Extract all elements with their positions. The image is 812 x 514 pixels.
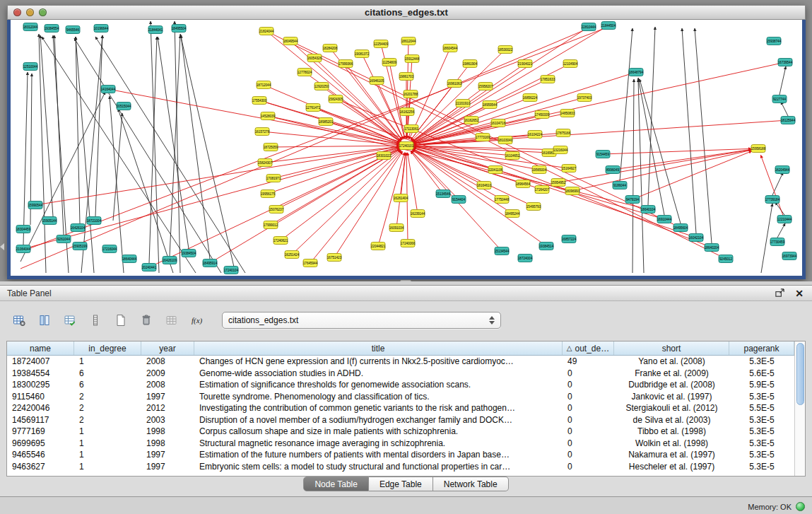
new-document-icon[interactable]: [110, 310, 131, 331]
graph-node[interactable]: 18712044: [257, 81, 271, 89]
graph-node[interactable]: 17081971: [266, 175, 281, 182]
table-row[interactable]: 1872400712008Changes of HCN gene express…: [7, 356, 794, 368]
graph-node[interactable]: 18725059: [264, 144, 278, 151]
graph-node[interactable]: 15824305: [329, 95, 343, 103]
graph-node[interactable]: 16091034: [389, 224, 404, 232]
graph-node[interactable]: 9154404: [452, 196, 466, 204]
close-panel-icon[interactable]: ✕: [794, 288, 805, 299]
graph-node[interactable]: 17450339: [535, 111, 550, 119]
graph-node[interactable]: 19861703: [399, 73, 414, 81]
graph-node[interactable]: 18530022: [498, 46, 513, 54]
graph-node[interactable]: 15495793: [526, 203, 541, 211]
graph-node[interactable]: 15958188: [751, 145, 766, 153]
graph-node[interactable]: 15912448: [405, 55, 420, 63]
table-settings-icon[interactable]: [8, 310, 30, 331]
close-window-button[interactable]: [13, 8, 21, 16]
vertical-scrollbar[interactable]: [794, 341, 805, 476]
graph-node[interactable]: 9479194: [625, 196, 640, 204]
citation-network-graph[interactable]: 1861204415912448198617031620178816162256…: [11, 20, 802, 275]
column-header-out_de[interactable]: △out_de…: [563, 341, 614, 355]
graph-node[interactable]: 18640204: [705, 244, 719, 252]
graph-node[interactable]: 17240066: [401, 240, 416, 247]
graph-node[interactable]: 16946105: [370, 77, 384, 85]
graph-node[interactable]: 16157278: [255, 128, 270, 136]
graph-node[interactable]: 18495244: [505, 210, 520, 218]
graph-node[interactable]: 17999366: [339, 60, 353, 68]
graph-node[interactable]: 20240441: [142, 264, 157, 271]
graph-node[interactable]: 15938744: [767, 37, 782, 45]
graph-node[interactable]: 16251424: [285, 251, 300, 259]
graph-node[interactable]: 18612044: [401, 37, 416, 45]
graph-node[interactable]: 17750448: [495, 196, 510, 204]
graph-node[interactable]: 18312044: [23, 23, 38, 31]
table-row[interactable]: 946554611997Estimation of the future num…: [7, 449, 794, 461]
graph-node[interactable]: 17739184: [765, 196, 780, 204]
graph-node[interactable]: 21824044: [259, 28, 274, 35]
graph-node[interactable]: 16104652: [505, 152, 520, 160]
graph-node[interactable]: 19565004: [532, 166, 547, 174]
graph-node[interactable]: 15134546: [436, 190, 451, 198]
graph-node[interactable]: 18721004: [87, 217, 102, 225]
graph-node[interactable]: 17875166: [556, 129, 571, 137]
graph-node[interactable]: 21844041: [148, 26, 163, 34]
graph-node[interactable]: 18985201: [319, 118, 334, 126]
graph-node[interactable]: 21844504: [601, 22, 616, 30]
float-panel-icon[interactable]: [774, 288, 785, 299]
graph-node[interactable]: 15990544: [28, 201, 43, 209]
table-row[interactable]: 969969511998Structural magnetic resonanc…: [7, 438, 794, 450]
window-titlebar[interactable]: citations_edges.txt: [7, 5, 806, 20]
splitpane-collapse-icon[interactable]: [0, 243, 4, 250]
graph-node[interactable]: 18648794: [629, 69, 644, 76]
graph-node[interactable]: 16239144: [411, 210, 425, 218]
graph-node[interactable]: 14850833: [560, 110, 575, 117]
graph-node[interactable]: 16961063: [447, 80, 462, 88]
graph-node[interactable]: 9261044: [57, 235, 71, 243]
graph-node[interactable]: 17554300: [252, 97, 267, 105]
graph-node[interactable]: 18096993: [565, 187, 580, 195]
disabled-table-icon[interactable]: [161, 310, 182, 331]
graph-node[interactable]: 17216044: [102, 245, 117, 253]
column-header-in_degree[interactable]: in_degree: [74, 341, 141, 355]
graph-node[interactable]: 18640444: [122, 255, 137, 263]
graph-node[interactable]: 17730459: [770, 238, 785, 246]
graph-node[interactable]: 21904021: [518, 60, 533, 68]
graph-node[interactable]: 17773169: [476, 134, 490, 141]
graph-node[interactable]: 10196644: [94, 25, 109, 33]
graph-node[interactable]: 18103040: [498, 136, 513, 144]
zoom-window-button[interactable]: [39, 8, 47, 16]
graph-node[interactable]: 15164927: [562, 165, 577, 173]
graph-node[interactable]: 16910444: [657, 216, 672, 223]
graph-node[interactable]: 18604544: [443, 45, 458, 52]
minimize-window-button[interactable]: [26, 8, 34, 16]
graph-node[interactable]: 16204944: [775, 166, 790, 174]
graph-node[interactable]: 20515044: [117, 103, 131, 110]
table-row[interactable]: 1456911722003Disruption of a novel membe…: [7, 414, 794, 426]
graph-node[interactable]: 15905144: [42, 217, 57, 225]
graph-node[interactable]: 16426104: [71, 224, 86, 232]
graph-node[interactable]: 18495914: [203, 259, 218, 267]
scrollbar-thumb[interactable]: [796, 343, 804, 405]
graph-node[interactable]: 18164610: [477, 182, 492, 189]
graph-node[interactable]: 19737403: [577, 94, 592, 102]
graph-node[interactable]: 16162652: [464, 117, 479, 124]
graph-node[interactable]: 16973944: [782, 252, 797, 260]
column-header-name[interactable]: name: [7, 341, 74, 355]
graph-node[interactable]: 15076237: [269, 206, 284, 214]
graph-node[interactable]: 18304459: [16, 226, 31, 233]
graph-node[interactable]: 16857224: [562, 235, 577, 243]
graph-node[interactable]: 12920250: [314, 83, 329, 90]
graph-node[interactable]: 15824307: [258, 159, 273, 167]
column-header-year[interactable]: year: [141, 341, 194, 355]
graph-node[interactable]: 12778024: [298, 69, 312, 76]
graph-node[interactable]: 14164044: [101, 86, 116, 93]
column-header-pagerank[interactable]: pagerank: [729, 341, 794, 355]
table-row[interactable]: 946362711997Embryonic stem cells: a mode…: [7, 461, 794, 473]
graph-node[interactable]: 17851633: [541, 76, 555, 83]
graph-node[interactable]: 19861904: [463, 60, 478, 68]
table-row[interactable]: 1830029562008Estimation of significance …: [7, 379, 794, 391]
graph-node[interactable]: 18125944: [781, 117, 796, 124]
graph-node[interactable]: 15954952: [551, 179, 566, 187]
graph-node[interactable]: 19956175: [261, 190, 276, 198]
graph-node[interactable]: 9245012: [719, 255, 733, 263]
table-row[interactable]: 977716911998Corpus callosum shape and si…: [7, 426, 794, 438]
